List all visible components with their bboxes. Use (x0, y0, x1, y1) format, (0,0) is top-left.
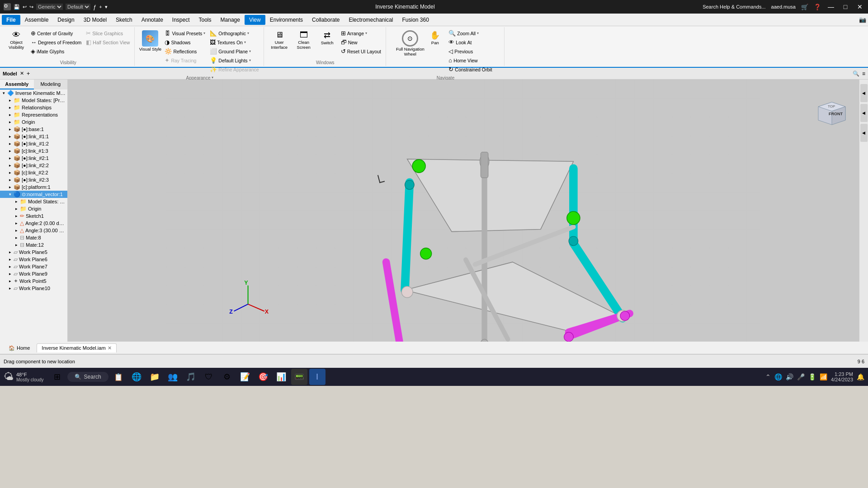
panel-search-icon[interactable]: 🔍 (853, 70, 859, 77)
formula-icon[interactable]: ƒ (93, 4, 96, 10)
textures-button[interactable]: 🖼 Textures On ▾ (208, 38, 260, 47)
taskbar-app-game[interactable]: 🎯 (255, 369, 271, 385)
viewport[interactable]: Y X Z FRONT TOP (68, 80, 859, 342)
tree-item-27[interactable]: ▸▱Work Plane10 (0, 285, 67, 292)
tree-item-18[interactable]: ▸△Angle:2 (0.00 deg) (0, 220, 67, 227)
network-icon[interactable]: 🌐 (774, 373, 782, 380)
quick-save-icon[interactable]: 💾 (14, 4, 20, 10)
look-at-button[interactable]: 👁 Look At (447, 38, 494, 47)
battery-icon[interactable]: 🔋 (808, 373, 816, 380)
tree-expand-4[interactable]: ▸ (9, 120, 14, 124)
tree-expand-26[interactable]: ▸ (9, 279, 14, 283)
tree-item-12[interactable]: ▸📦[●]:link_#2:3 (0, 176, 67, 183)
tree-item-9[interactable]: ▸📦[●]:link_#2:1 (0, 155, 67, 162)
notification-icon[interactable]: 🔔 (857, 373, 864, 380)
tree-item-25[interactable]: ▸▱Work Plane9 (0, 270, 67, 277)
maximize-button[interactable]: □ (841, 2, 850, 11)
tree-expand-16[interactable]: ▸ (15, 206, 20, 211)
constrained-orbit-button[interactable]: ↻ Constrained Orbit (447, 65, 494, 74)
menu-environments[interactable]: Environments (265, 15, 307, 25)
ray-tracing-button[interactable]: ✦ Ray Tracing (163, 56, 207, 65)
imate-glyphs-button[interactable]: ◈ iMate Glyphs (29, 47, 83, 56)
model-tab[interactable]: Inverse Kinematic Model.iam ✕ (37, 343, 116, 352)
tree-item-6[interactable]: ▸📦[●]:link_#1:1 (0, 133, 67, 140)
quick-undo-icon[interactable]: ↩ (23, 4, 27, 10)
quick-redo-icon[interactable]: ↪ (29, 4, 33, 10)
menu-assemble[interactable]: Assemble (20, 15, 53, 25)
menu-tools[interactable]: Tools (194, 15, 216, 25)
arrange-button[interactable]: ⊞ Arrange ▾ (339, 29, 383, 38)
tree-expand-27[interactable]: ▸ (9, 286, 14, 291)
slice-graphics-button[interactable]: ✂ Slice Graphics (84, 29, 132, 38)
switch-button[interactable]: ⇄ Switch (316, 29, 338, 47)
tree-expand-8[interactable]: ▸ (9, 149, 14, 153)
plus-icon[interactable]: + (99, 4, 102, 9)
tree-expand-15[interactable]: ▸ (15, 199, 20, 204)
weather-widget[interactable]: 🌤 48°F Mostly cloudy (4, 371, 44, 383)
object-visibility-button[interactable]: 👁 ObjectVisibility (5, 29, 28, 51)
tree-item-4[interactable]: ▸📁Origin (0, 118, 67, 126)
tree-expand-10[interactable]: ▸ (9, 163, 14, 168)
mic-icon[interactable]: 🎤 (797, 373, 805, 380)
cart-icon[interactable]: 🛒 (801, 4, 808, 10)
search-help[interactable]: Search Help & Commands... (703, 4, 765, 9)
volume-icon[interactable]: 🔊 (786, 373, 793, 380)
panel-menu-icon[interactable]: ≡ (862, 70, 865, 77)
taskbar-search[interactable]: 🔍 Search (67, 372, 108, 382)
right-panel-btn1[interactable]: ◀ (860, 84, 868, 102)
material-dropdown[interactable]: Default (66, 4, 90, 10)
camera-icon[interactable]: 📷 (859, 16, 866, 23)
close-button[interactable]: ✕ (855, 2, 864, 11)
right-panel-btn3[interactable]: ◀ (860, 124, 868, 142)
tree-item-16[interactable]: ▸📁Origin (0, 205, 67, 212)
tree-expand-6[interactable]: ▸ (9, 134, 14, 139)
home-tab[interactable]: 🏠 Home (4, 343, 35, 352)
degrees-of-freedom-button[interactable]: ↔ Degrees of Freedom (29, 38, 83, 47)
center-of-gravity-button[interactable]: ⊕ Center of Gravity (29, 29, 83, 38)
tree-item-20[interactable]: ▸⊟Mate:8 (0, 234, 67, 241)
user-account[interactable]: aaed.musa (771, 4, 796, 9)
clean-screen-button[interactable]: 🗖 CleanScreen (292, 29, 316, 51)
help-icon[interactable]: ❓ (814, 4, 821, 10)
orthographic-button[interactable]: 📐 Orthographic ▾ (208, 29, 260, 38)
tree-item-22[interactable]: ▸▱Work Plane5 (0, 249, 67, 256)
widgets-button[interactable]: 📋 (110, 369, 127, 385)
taskbar-app-spotify[interactable]: 🎵 (183, 369, 199, 385)
clock-widget[interactable]: 1:23 PM 4/24/2023 (831, 371, 853, 382)
tree-expand-2[interactable]: ▸ (9, 105, 14, 110)
tree-expand-5[interactable]: ▸ (9, 127, 14, 131)
tree-expand-1[interactable]: ▸ (9, 98, 14, 103)
taskbar-app-files[interactable]: 📁 (146, 369, 163, 385)
taskbar-app-browser[interactable]: 🌐 (128, 369, 145, 385)
tree-expand-13[interactable]: ▸ (9, 185, 14, 189)
tree-item-23[interactable]: ▸▱Work Plane6 (0, 256, 67, 263)
taskbar-app-teams[interactable]: 👥 (165, 369, 181, 385)
tree-item-1[interactable]: ▸📁Model States: [Primary] (0, 97, 67, 104)
menu-inspect[interactable]: Inspect (168, 15, 194, 25)
model-tab-close[interactable]: ✕ (20, 70, 24, 76)
tree-expand-14[interactable]: ▾ (9, 192, 14, 197)
start-button[interactable]: ⊞ (49, 369, 66, 385)
tree-item-17[interactable]: ▸✏Sketch1 (0, 212, 67, 220)
tree-item-19[interactable]: ▸△Angle:3 (30.00 deg) (0, 227, 67, 234)
refine-appearance-button[interactable]: ✨ Refine Appearance (208, 65, 260, 74)
menu-3d-model[interactable]: 3D Model (79, 15, 111, 25)
profile-dropdown[interactable]: Generic (36, 4, 63, 10)
tree-expand-9[interactable]: ▸ (9, 156, 14, 160)
menu-annotate[interactable]: Annotate (137, 15, 168, 25)
taskbar-app-terminal[interactable]: 📟 (291, 369, 307, 385)
taskbar-app-settings[interactable]: ⚙ (219, 369, 235, 385)
menu-electromechanical[interactable]: Electromechanical (344, 15, 397, 25)
menu-collaborate[interactable]: Collaborate (307, 15, 344, 25)
reflections-button[interactable]: 🔆 Reflections (163, 47, 207, 56)
tree-expand-12[interactable]: ▸ (9, 178, 14, 182)
tree-expand-0[interactable]: ▾ (3, 91, 7, 95)
tree-item-10[interactable]: ▸📦[●]:link_#2:2 (0, 162, 67, 169)
show-hidden-icons[interactable]: ⌃ (765, 373, 771, 380)
navigation-cube[interactable]: FRONT TOP (811, 86, 852, 127)
default-lights-button[interactable]: 💡 Default Lights ▾ (208, 56, 260, 65)
full-nav-wheel-button[interactable]: ⊙ Full NavigationWheel (397, 29, 423, 58)
previous-view-button[interactable]: ◁ Previous (447, 47, 494, 56)
tree-item-24[interactable]: ▸▱Work Plane7 (0, 263, 67, 270)
taskbar-app-security[interactable]: 🛡 (201, 369, 217, 385)
